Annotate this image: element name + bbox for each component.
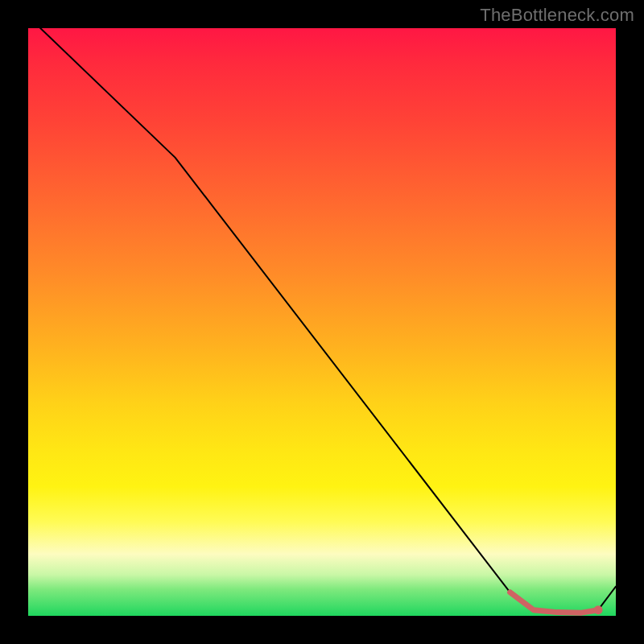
plot-area — [28, 28, 616, 616]
chart-svg — [28, 28, 616, 616]
highlight-end-dot — [594, 605, 603, 614]
watermark-text: TheBottleneck.com — [480, 5, 634, 26]
curve-group — [28, 28, 616, 614]
main-curve — [28, 28, 616, 613]
highlight-segment — [510, 592, 599, 613]
chart-frame: TheBottleneck.com — [0, 0, 644, 644]
